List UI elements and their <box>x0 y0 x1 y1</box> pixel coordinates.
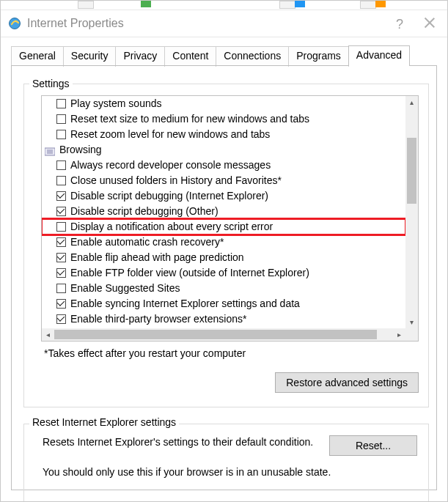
checkbox[interactable] <box>56 268 66 278</box>
background-apps-strip <box>1 1 447 10</box>
reset-group: Reset Internet Explorer settings Resets … <box>23 416 429 502</box>
tab-security[interactable]: Security <box>63 46 117 67</box>
setting-label: Disable script debugging (Other) <box>70 204 219 218</box>
setting-label: Enable syncing Internet Explorer setting… <box>70 297 300 311</box>
scroll-left-icon[interactable]: ◂ <box>42 328 54 341</box>
window-title: Internet Properties <box>27 17 124 30</box>
setting-label: Enable FTP folder view (outside of Inter… <box>70 266 309 280</box>
setting-label: Display a notification about every scrip… <box>70 220 273 234</box>
tab-advanced[interactable]: Advanced <box>348 45 410 66</box>
tab-programs[interactable]: Programs <box>288 46 349 67</box>
tab-general[interactable]: General <box>11 46 64 67</box>
checkbox[interactable] <box>56 284 66 293</box>
vertical-scrollbar[interactable]: ▴ ▾ <box>405 96 418 328</box>
setting-label: Reset text size to medium for new window… <box>70 112 309 126</box>
setting-label: Enable flip ahead with page prediction <box>70 251 244 265</box>
settings-footnote: *Takes effect after you restart your com… <box>44 347 427 359</box>
vertical-scroll-track[interactable] <box>405 108 418 316</box>
settings-group-label: Settings <box>29 78 73 89</box>
scroll-right-icon[interactable]: ▸ <box>393 328 405 341</box>
setting-label: Reset zoom level for new windows and tab… <box>70 128 270 141</box>
title-bar: Internet Properties ? <box>1 10 447 37</box>
horizontal-scroll-track[interactable] <box>54 328 393 341</box>
setting-item[interactable]: Always record developer console messages <box>42 158 405 173</box>
reset-group-label: Reset Internet Explorer settings <box>29 416 179 428</box>
setting-item[interactable]: Enable third-party browser extensions* <box>42 311 405 327</box>
setting-item[interactable]: Enable syncing Internet Explorer setting… <box>42 296 405 311</box>
checkbox[interactable] <box>56 160 66 170</box>
setting-item[interactable]: Disable script debugging (Other) <box>42 204 405 219</box>
setting-label: Play system sounds <box>70 97 162 111</box>
setting-item[interactable]: Close unused folders in History and Favo… <box>42 173 405 188</box>
checkbox[interactable] <box>56 253 66 262</box>
checkbox[interactable] <box>56 314 66 324</box>
settings-listbox[interactable]: Play system soundsReset text size to med… <box>41 95 419 342</box>
tree-group-browsing: Browsing <box>42 142 405 158</box>
settings-group: Settings Play system soundsReset text si… <box>23 78 429 407</box>
setting-label: Enable automatic crash recovery* <box>70 235 224 249</box>
checkbox[interactable] <box>56 207 66 216</box>
checkbox[interactable] <box>56 237 66 247</box>
setting-label: Enable third-party browser extensions* <box>70 312 246 326</box>
help-icon[interactable]: ? <box>396 17 403 32</box>
category-icon <box>45 146 55 155</box>
horizontal-scroll-thumb[interactable] <box>54 330 377 339</box>
tab-panel-advanced: Settings Play system soundsReset text si… <box>11 65 437 490</box>
setting-label: Always record developer console messages <box>70 158 271 172</box>
vertical-scroll-thumb[interactable] <box>407 138 416 204</box>
setting-item[interactable]: Reset zoom level for new windows and tab… <box>42 127 405 142</box>
setting-item[interactable]: Display a notification about every scrip… <box>42 219 405 235</box>
tab-connections[interactable]: Connections <box>216 46 289 67</box>
scroll-down-icon[interactable]: ▾ <box>405 316 418 328</box>
setting-item[interactable]: Enable flip ahead with page prediction <box>42 250 405 265</box>
checkbox[interactable] <box>56 99 66 108</box>
reset-description: Resets Internet Explorer's settings to t… <box>43 435 316 449</box>
checkbox[interactable] <box>56 191 66 201</box>
close-icon[interactable] <box>422 16 436 29</box>
tab-strip: General Security Privacy Content Connect… <box>1 37 447 65</box>
tab-content[interactable]: Content <box>164 46 216 67</box>
setting-item[interactable]: Enable automatic crash recovery* <box>42 235 405 250</box>
setting-item[interactable]: Disable script debugging (Internet Explo… <box>42 188 405 204</box>
setting-label: Enable Suggested Sites <box>70 281 180 295</box>
internet-options-icon <box>8 17 21 30</box>
setting-item[interactable]: Enable Suggested Sites <box>42 281 405 296</box>
checkbox[interactable] <box>56 299 66 309</box>
scroll-up-icon[interactable]: ▴ <box>405 96 418 108</box>
horizontal-scrollbar[interactable]: ◂ ▸ <box>42 328 418 341</box>
checkbox[interactable] <box>56 176 66 185</box>
tree-group-label: Browsing <box>59 143 102 157</box>
reset-warning: You should only use this if your browser… <box>25 463 427 485</box>
checkbox[interactable] <box>56 222 66 232</box>
checkbox[interactable] <box>56 130 66 139</box>
tab-privacy[interactable]: Privacy <box>115 46 165 67</box>
restore-advanced-settings-button[interactable]: Restore advanced settings <box>275 372 419 393</box>
setting-label: Close unused folders in History and Favo… <box>70 174 282 188</box>
setting-label: Disable script debugging (Internet Explo… <box>70 189 268 203</box>
setting-item[interactable]: Enable FTP folder view (outside of Inter… <box>42 265 405 281</box>
setting-item[interactable]: Play system sounds <box>42 96 405 111</box>
internet-properties-window: Internet Properties ? General Security P… <box>0 0 448 502</box>
checkbox[interactable] <box>56 114 66 124</box>
setting-item[interactable]: Reset text size to medium for new window… <box>42 111 405 127</box>
reset-button[interactable]: Reset... <box>329 435 417 456</box>
